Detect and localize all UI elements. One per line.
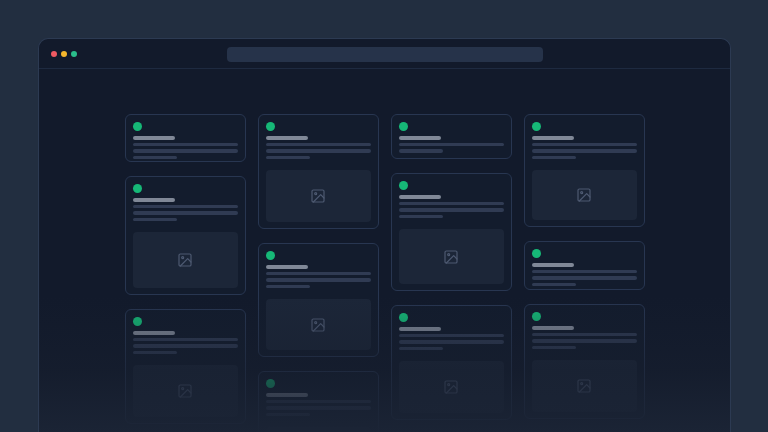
title-placeholder	[133, 136, 175, 140]
status-dot-icon	[399, 313, 408, 322]
text-line-placeholder	[399, 208, 504, 212]
status-dot-icon	[399, 181, 408, 190]
text-line-placeholder	[266, 272, 371, 276]
title-placeholder	[133, 198, 175, 202]
image-icon	[177, 252, 193, 268]
title-placeholder	[133, 331, 175, 335]
feed-card-skeleton[interactable]	[524, 304, 645, 419]
image-placeholder	[133, 232, 238, 288]
text-line-placeholder	[266, 149, 371, 153]
feed-card-skeleton[interactable]	[258, 243, 379, 357]
close-button[interactable]	[51, 51, 57, 57]
minimize-button[interactable]	[61, 51, 67, 57]
text-line-placeholder	[266, 143, 371, 147]
text-line-placeholder	[399, 347, 443, 351]
image-icon	[310, 317, 326, 333]
text-line-placeholder	[266, 400, 371, 404]
image-placeholder	[266, 170, 371, 222]
text-line-placeholder	[266, 413, 310, 417]
grid-column-2	[258, 114, 379, 432]
image-icon	[576, 378, 592, 394]
text-line-placeholder	[133, 149, 238, 153]
image-placeholder	[266, 427, 371, 432]
text-line-placeholder	[266, 278, 371, 282]
text-line-placeholder	[133, 205, 238, 209]
grid-column-4	[524, 114, 645, 432]
page-background: { "window": { "traffic_lights": [ { "nam…	[0, 0, 768, 432]
url-bar[interactable]	[227, 47, 543, 62]
text-line-placeholder	[133, 351, 177, 355]
text-line-placeholder	[532, 149, 637, 153]
text-line-placeholder	[133, 338, 238, 342]
image-placeholder	[266, 299, 371, 350]
text-line-placeholder	[399, 340, 504, 344]
text-line-placeholder	[133, 156, 177, 160]
title-placeholder	[266, 393, 308, 397]
maximize-button[interactable]	[71, 51, 77, 57]
status-dot-icon	[399, 122, 408, 131]
text-line-placeholder	[532, 270, 637, 274]
feed-card-skeleton[interactable]	[258, 371, 379, 432]
status-dot-icon	[133, 317, 142, 326]
title-placeholder	[532, 136, 574, 140]
image-icon	[443, 379, 459, 395]
title-placeholder	[399, 136, 441, 140]
text-line-placeholder	[399, 334, 504, 338]
text-line-placeholder	[133, 143, 238, 147]
status-dot-icon	[133, 122, 142, 131]
grid-column-1	[125, 114, 246, 432]
feed-card-skeleton[interactable]	[524, 241, 645, 290]
title-placeholder	[399, 327, 441, 331]
text-line-placeholder	[532, 339, 637, 343]
image-icon	[310, 188, 326, 204]
feed-card-skeleton[interactable]	[258, 114, 379, 229]
title-placeholder	[532, 263, 574, 267]
text-line-placeholder	[133, 344, 238, 348]
status-dot-icon	[266, 122, 275, 131]
image-icon	[443, 249, 459, 265]
text-line-placeholder	[399, 215, 443, 219]
title-placeholder	[399, 195, 441, 199]
feed-card-skeleton[interactable]	[524, 114, 645, 227]
status-dot-icon	[266, 379, 275, 388]
image-placeholder	[532, 360, 637, 412]
text-line-placeholder	[532, 143, 637, 147]
status-dot-icon	[266, 251, 275, 260]
text-line-placeholder	[399, 202, 504, 206]
image-placeholder	[133, 365, 238, 417]
card-grid	[39, 69, 730, 432]
feed-card-skeleton[interactable]	[125, 114, 246, 162]
image-placeholder	[532, 170, 637, 220]
text-line-placeholder	[266, 285, 310, 289]
text-line-placeholder	[266, 406, 371, 410]
image-icon	[177, 383, 193, 399]
feed-card-skeleton[interactable]	[391, 173, 512, 291]
text-line-placeholder	[133, 211, 238, 215]
status-dot-icon	[133, 184, 142, 193]
text-line-placeholder	[399, 143, 504, 147]
status-dot-icon	[532, 312, 541, 321]
browser-window	[38, 38, 731, 432]
title-placeholder	[532, 326, 574, 330]
title-placeholder	[266, 136, 308, 140]
text-line-placeholder	[532, 276, 637, 280]
title-placeholder	[266, 265, 308, 269]
grid-column-3	[391, 114, 512, 432]
feed-card-skeleton[interactable]	[125, 309, 246, 424]
image-placeholder	[399, 229, 504, 284]
status-dot-icon	[532, 122, 541, 131]
feed-card-skeleton[interactable]	[125, 176, 246, 295]
text-line-placeholder	[532, 333, 637, 337]
text-line-placeholder	[133, 218, 177, 222]
text-line-placeholder	[532, 156, 576, 160]
text-line-placeholder	[532, 283, 576, 287]
status-dot-icon	[532, 249, 541, 258]
feed-card-skeleton[interactable]	[391, 114, 512, 159]
text-line-placeholder	[532, 346, 576, 350]
text-line-placeholder	[399, 149, 443, 153]
feed-card-skeleton[interactable]	[391, 305, 512, 420]
image-placeholder	[399, 361, 504, 413]
window-titlebar	[39, 39, 730, 69]
traffic-lights	[51, 51, 77, 57]
text-line-placeholder	[266, 156, 310, 160]
